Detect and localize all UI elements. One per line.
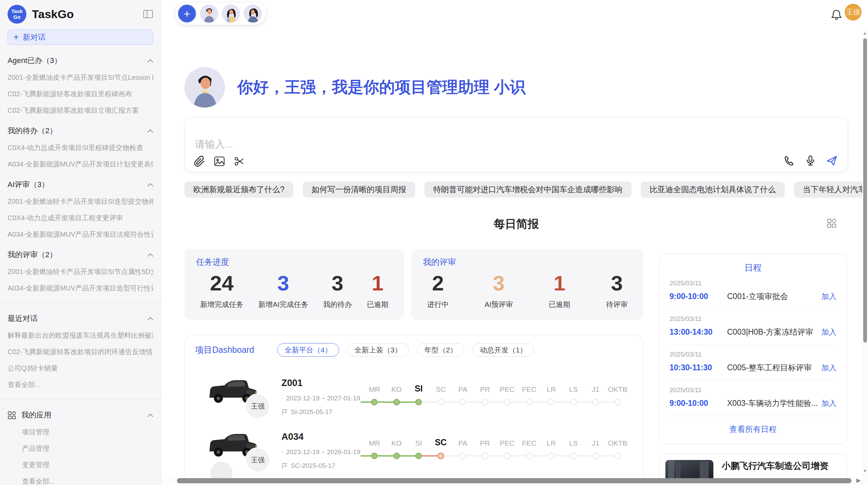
project-info: A034 2023-12-19 ~ 2026-01-19 SC-2025-05 — [281, 432, 360, 470]
news-title[interactable]: 小鹏飞行汽车制造公司增资 — [722, 460, 841, 472]
microphone-icon[interactable] — [805, 155, 816, 166]
schedule-time: 10:30-11:30 — [670, 363, 727, 372]
view-all-schedule-link[interactable]: 查看所有日程 — [670, 416, 836, 441]
dashboard-tab[interactable]: 全新平台（4） — [277, 343, 339, 357]
chevron-up-icon — [147, 317, 153, 321]
sidebar-task-item[interactable]: A034-全新新能源MUV产品开发项目法规符合性评审 — [8, 230, 153, 239]
my-apps-header[interactable]: 我的应用 — [8, 410, 153, 420]
section-items: C0X4-动力总成开发项目SI里程碑提交物检查A034-全新新能源MUV产品开发… — [8, 143, 153, 169]
sidebar-task-item[interactable]: Z001-全新燃油轻卡产品开发项目SI造型提交物评审 — [8, 197, 153, 206]
layout-grid-icon[interactable] — [827, 219, 836, 228]
schedule-time: 9:00-10:00 — [670, 292, 727, 301]
section-items: Z001-全新燃油皮卡产品开发项目SI节点Lesson Learn报告C02-飞… — [8, 73, 153, 115]
dashboard-tab[interactable]: 全新上装（3） — [347, 343, 409, 357]
schedule-item-row: 9:00-10:00 X003-车辆动力学性能验... 加入 — [670, 398, 836, 409]
suggestion-chip[interactable]: 如何写一份清晰的项目周报 — [303, 182, 415, 198]
sidebar-task-item[interactable]: C02-飞腾新能源轻客改款项目里程碑画布 — [8, 89, 153, 99]
scroll-up-arrow-icon[interactable]: ▲ — [863, 31, 867, 36]
metric-value: 24 — [200, 272, 243, 295]
sidebar-task-item[interactable]: A034-全新新能源MUV产品开发项目造型可行性评审 — [8, 284, 153, 293]
new-chat-button[interactable]: + 新对话 — [8, 29, 153, 45]
sidebar-task-item[interactable]: Z001-全新燃油皮卡产品开发项目SI节点Lesson Learn报告 — [8, 73, 153, 82]
milestone: OKTB — [607, 430, 629, 460]
chevron-up-icon — [147, 129, 153, 133]
suggestion-chip[interactable]: 欧洲新规最近颁布了什么? — [184, 182, 293, 198]
join-meeting-link[interactable]: 加入 — [821, 327, 836, 337]
sidebar-task-item[interactable]: A034-全新新能源MUV产品开发项目计划变更表编写 — [8, 160, 153, 169]
sidebar-section-header[interactable]: 我的待办（2） — [8, 126, 153, 136]
join-meeting-link[interactable]: 加入 — [821, 398, 836, 409]
metric-value: 1 — [367, 272, 388, 295]
scissors-icon[interactable] — [233, 156, 245, 167]
sidebar-task-item[interactable]: C0X4-动力总成开发项目工程变更评审 — [8, 213, 153, 223]
milestone-label: PR — [474, 430, 496, 448]
user-avatar[interactable]: 王强 — [845, 4, 861, 21]
sidebar-section-header[interactable]: Agent已办（3） — [8, 55, 153, 66]
notifications-bell-icon[interactable] — [831, 9, 842, 21]
metric-value: 3 — [606, 272, 628, 295]
scroll-down-arrow-icon[interactable]: ▼ — [863, 469, 867, 473]
add-agent-button[interactable]: + — [178, 4, 196, 23]
schedule-date: 2025/03/11 — [670, 279, 836, 287]
scroll-right-arrow-icon[interactable]: ▶ — [856, 477, 861, 484]
person-avatar-3[interactable] — [244, 4, 262, 23]
schedule-date: 2025/03/11 — [670, 315, 836, 323]
vertical-scrollbar-thumb[interactable] — [863, 38, 867, 343]
send-icon[interactable] — [826, 155, 837, 166]
sidebar-task-item[interactable]: C0X4-动力总成开发项目SI里程碑提交物检查 — [8, 143, 153, 152]
suggestion-chip[interactable]: 当下年轻人对汽车外观有怎样的喜好趋势 — [794, 182, 868, 198]
app-item[interactable]: 项目管理 — [22, 427, 153, 437]
milestone-dot — [415, 453, 422, 459]
milestone-label: KO — [386, 376, 408, 394]
suggestion-chip[interactable]: 特朗普可能对进口汽车增税会对中国车企造成哪些影响 — [424, 182, 631, 198]
join-meeting-link[interactable]: 加入 — [821, 291, 836, 302]
taskgo-app: Task Go TaskGo + 新对话 Agent已办（3） Z001-全新燃… — [0, 0, 868, 485]
join-meeting-link[interactable]: 加入 — [821, 363, 836, 373]
person-avatar-2[interactable] — [222, 4, 240, 23]
sidebar-task-item[interactable]: Z001-全新燃油轻卡产品开发项目SI节点属性5D文件评审 — [8, 267, 153, 276]
recent-chat-item[interactable]: 公司Q3轻卡销量 — [8, 364, 153, 373]
metric-value: 3 — [258, 272, 308, 295]
sidebar-section-header[interactable]: 我的评审（2） — [8, 250, 153, 260]
recent-chat-item[interactable]: C02-飞腾新能源轻客改款项目的闭环通告反馈情况 — [8, 347, 153, 357]
dashboard-tab[interactable]: 动总开发（1） — [472, 343, 534, 357]
image-icon[interactable] — [214, 156, 225, 167]
suggestion-chip[interactable]: 比亚迪全固态电池计划具体说了什么 — [641, 182, 785, 198]
milestone-dot — [526, 399, 532, 406]
stat-card: 我的评审 2 进行中 3 AI预评审 1 已逾期 3 — [411, 249, 643, 320]
collapse-sidebar-icon[interactable] — [143, 10, 153, 18]
schedule-name: C003|H0B-方案冻结评审 — [727, 327, 817, 337]
project-name[interactable]: A034 — [281, 432, 360, 442]
recent-chat-item[interactable]: 解释最新出台的欧盟报废车法规再生塑料比例被调至15%... — [8, 331, 153, 340]
recent-chats-header[interactable]: 最近对话 — [8, 313, 153, 324]
clock-icon — [281, 449, 283, 456]
daily-briefing-title: 每日简报 — [184, 216, 848, 232]
app-item[interactable]: 产品管理 — [22, 444, 153, 453]
project-dashboard-card: 项目Dashboard 全新平台（4）全新上装（3）年型（2）动总开发（1） — [184, 335, 643, 485]
schedule-time: 13:00-14:30 — [670, 327, 727, 337]
recent-items: 解释最新出台的欧盟报废车法规再生塑料比例被调至15%...C02-飞腾新能源轻客… — [8, 331, 153, 373]
app-item[interactable]: 变更管理 — [22, 460, 153, 470]
divider — [0, 399, 161, 399]
project-name[interactable]: Z001 — [281, 378, 360, 388]
project-info: Z001 2023-12-19 ~ 2027-01-19 SI-2025-05 — [281, 378, 360, 416]
chat-input[interactable] — [194, 138, 710, 150]
project-vehicle-image: 王强 — [205, 430, 260, 465]
schedule-name: C005-整车工程目标评审 — [727, 362, 817, 373]
phone-call-icon[interactable] — [783, 155, 795, 166]
apps-view-all[interactable]: 查看全部... — [22, 477, 153, 485]
sidebar-section-header[interactable]: AI评审（3） — [8, 179, 153, 190]
recent-view-all[interactable]: 查看全部... — [8, 380, 153, 389]
milestone-dot-row — [607, 398, 629, 407]
metric-value: 2 — [427, 272, 449, 295]
person-avatar-1[interactable] — [200, 4, 218, 23]
section-title: Agent已办（3） — [8, 55, 62, 66]
dashboard-tab[interactable]: 年型（2） — [417, 343, 465, 357]
horizontal-scrollbar-thumb[interactable] — [177, 478, 852, 483]
input-right-icons — [783, 155, 837, 166]
sidebar-task-item[interactable]: C02-飞腾新能源轻客改款项目立项汇报方案 — [8, 106, 153, 115]
milestone-label: PA — [452, 430, 474, 448]
attachment-paperclip-icon[interactable] — [194, 156, 205, 167]
milestone-label: OKTB — [607, 376, 629, 394]
chevron-up-icon — [147, 183, 153, 187]
